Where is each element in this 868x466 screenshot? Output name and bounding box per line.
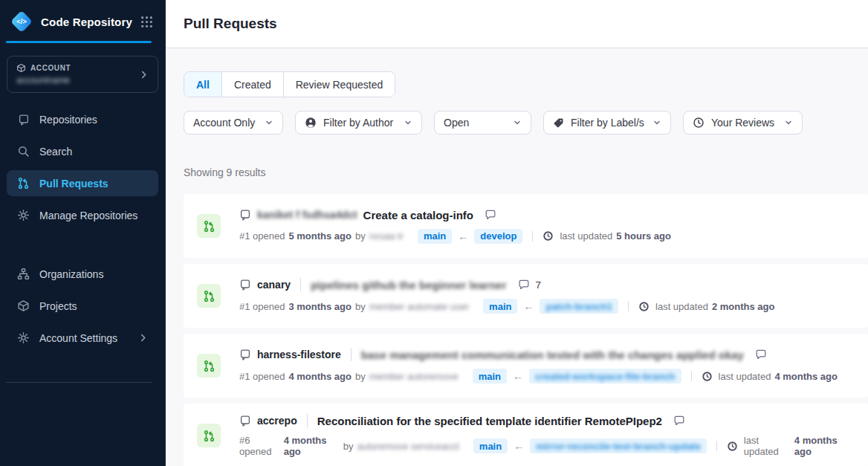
filter-account-only[interactable]: Account Only (184, 111, 283, 135)
pr-content: accrepoReconciliation for the specified … (239, 414, 850, 457)
pr-branch-badges: main←mirror-reconcile-test-branch-update (473, 439, 707, 453)
pr-row[interactable]: accrepoReconciliation for the specified … (184, 404, 868, 466)
pr-list: kaniket f fsdhsa4dctCreate a catalog-inf… (184, 194, 868, 466)
filter-label-group: Filter by Author (305, 117, 393, 129)
sidebar-item-pull-requests[interactable]: Pull Requests (7, 170, 158, 196)
app-grid-icon[interactable] (140, 16, 153, 28)
source-branch-badge[interactable]: develop (474, 229, 522, 244)
account-scope-icon (16, 63, 26, 73)
source-branch-label: patch-branch1 (545, 301, 612, 312)
branch-arrow: ← (513, 370, 523, 382)
clock-icon (693, 117, 705, 129)
pr-title: Reconciliation for the specified templat… (317, 415, 662, 427)
filter-label: Filter by Label/s (571, 117, 644, 129)
svg-text:</>: </> (16, 18, 27, 25)
branch-arrow: ← (523, 300, 534, 312)
target-branch-badge[interactable]: main (483, 299, 517, 314)
sidebar-item-search[interactable]: Search (7, 138, 158, 164)
pr-comment-count: 7 (536, 279, 542, 291)
pr-row[interactable]: canarypipelines github the beginner lear… (184, 264, 868, 328)
pr-open-state-icon (197, 214, 221, 238)
pr-number-opened: #1 opened (239, 230, 285, 242)
pull-request-icon (17, 177, 30, 190)
comment-icon (755, 349, 767, 360)
sidebar-item-projects[interactable]: Projects (7, 293, 158, 319)
target-branch-badge[interactable]: main (418, 229, 452, 244)
tab-all[interactable]: All (184, 72, 222, 97)
sidebar: </> Code Repository ACCOUNT accountname … (0, 0, 166, 466)
divider (628, 301, 629, 311)
pr-updated-ago: 2 months ago (712, 301, 775, 312)
pr-by-label: by (355, 371, 366, 382)
pr-repo-name: accrepo (257, 415, 297, 427)
app-logo-icon: </> (9, 9, 34, 34)
pr-meta-line: #1 opened5 months agobynxsaa trmain←deve… (239, 229, 850, 244)
pr-content: kaniket f fsdhsa4dctCreate a catalog-inf… (239, 209, 850, 244)
chevron-down-icon (513, 118, 522, 127)
filter-your-reviews[interactable]: Your Reviews (683, 111, 803, 135)
source-branch-badge[interactable]: patch-branch1 (540, 299, 618, 314)
account-info: ACCOUNT accountname (16, 63, 139, 85)
filter-label-group: Your Reviews (693, 117, 774, 129)
repo-icon (239, 279, 251, 291)
pr-repo-name: harness-filestore (257, 349, 341, 360)
settings-icon (17, 331, 30, 344)
pr-row[interactable]: kaniket f fsdhsa4dctCreate a catalog-inf… (184, 194, 868, 258)
divider (351, 348, 352, 361)
source-branch-badge[interactable]: created-workspace-file-branch (529, 369, 681, 384)
chevron-right-icon (138, 333, 148, 343)
filter-filter-by-author[interactable]: Filter by Author (295, 111, 422, 135)
chevron-down-icon (404, 118, 412, 127)
pull-request-icon (203, 360, 216, 372)
pr-updated-ago: 4 months ago (774, 371, 838, 382)
source-branch-badge[interactable]: mirror-reconcile-test-branch-update (530, 439, 707, 453)
tag-icon (553, 117, 564, 129)
pr-title-line: kaniket f fsdhsa4dctCreate a catalog-inf… (239, 209, 850, 221)
pr-updated-label: last updated (655, 301, 708, 312)
sidebar-item-label: Pull Requests (39, 178, 108, 190)
account-selector[interactable]: ACCOUNT accountname (7, 56, 158, 93)
brand-underline (6, 41, 152, 43)
repo-icon (239, 209, 251, 221)
chevron-down-icon (265, 118, 273, 127)
sidebar-item-repositories[interactable]: Repositories (7, 107, 158, 132)
tab-review-requested[interactable]: Review Requested (284, 72, 395, 97)
pr-filters: Account OnlyFilter by AuthorOpenFilter b… (184, 111, 868, 135)
pr-repo-name: canary (257, 279, 291, 291)
filter-label: Open (444, 117, 469, 129)
pr-title-line: canarypipelines github the beginner lear… (239, 278, 850, 291)
sidebar-item-account-settings[interactable]: Account Settings (7, 325, 158, 351)
target-branch-badge[interactable]: main (473, 369, 507, 384)
repo-icon (17, 114, 30, 126)
pr-branch-badges: main←created-workspace-file-branch (473, 369, 681, 384)
pr-updated-label: last updated (744, 435, 791, 457)
pr-author: nxsaa tr (369, 230, 404, 242)
pr-branch-badges: main←patch-branch1 (483, 299, 618, 314)
pr-number-opened: #1 opened (239, 371, 285, 382)
filter-label: Filter by Author (323, 117, 393, 129)
tab-created[interactable]: Created (222, 72, 284, 97)
pr-row[interactable]: harness-filestorebase management communi… (184, 334, 868, 398)
filter-open[interactable]: Open (434, 111, 531, 135)
sidebar-item-label: Manage Repositories (39, 210, 137, 221)
pr-title-line: accrepoReconciliation for the specified … (239, 414, 850, 427)
target-branch-badge[interactable]: main (473, 439, 508, 453)
pr-repo-name: kaniket f fsdhsa4dct (257, 209, 357, 221)
pull-request-icon (203, 290, 216, 302)
sidebar-item-manage-repositories[interactable]: Manage Repositories (7, 202, 158, 228)
filter-filter-by-label-s[interactable]: Filter by Label/s (543, 111, 671, 135)
pull-request-icon (203, 430, 216, 442)
filter-label-group: Filter by Label/s (553, 117, 644, 129)
pr-content: harness-filestorebase management communi… (239, 348, 850, 384)
sidebar-item-label: Projects (39, 300, 77, 312)
updated-clock-icon (542, 230, 554, 242)
branch-arrow: ← (458, 230, 468, 242)
pr-opened-ago: 3 months ago (288, 301, 352, 312)
comment-icon (485, 209, 496, 221)
person-icon (305, 117, 317, 129)
app-title: Code Repository (41, 16, 140, 28)
divider (300, 278, 301, 291)
pr-open-state-icon (197, 354, 221, 378)
sidebar-item-organizations[interactable]: Organizations (7, 261, 158, 287)
sidebar-divider (6, 382, 152, 383)
